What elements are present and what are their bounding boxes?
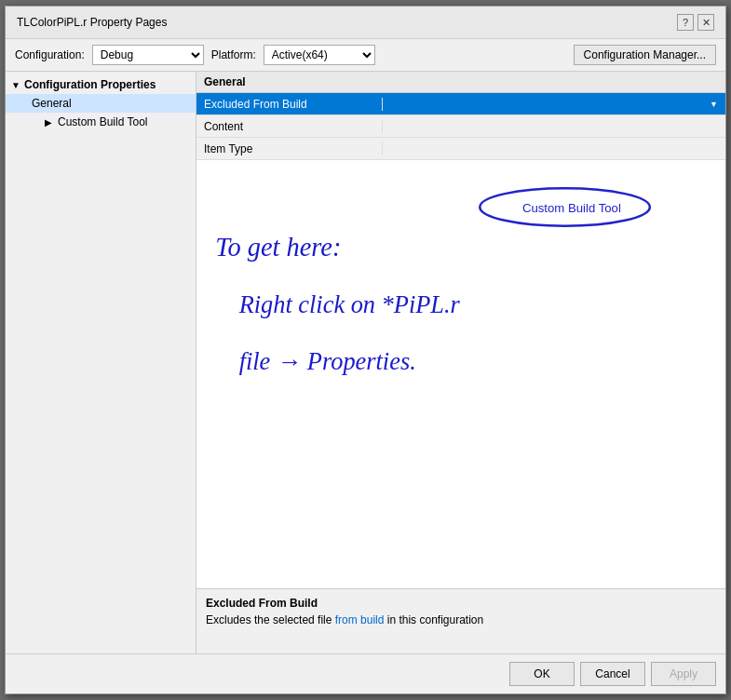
excluded-dropdown-arrow[interactable]: ▼ [710, 100, 718, 109]
property-row-item-type[interactable]: Item Type [196, 138, 725, 160]
excluded-from-build-label: Excluded From Build [196, 98, 383, 111]
property-pages-dialog: TLColorPiPL.r Property Pages ? ✕ Configu… [5, 6, 726, 694]
sidebar: ▼ Configuration Properties General ▶ Cus… [6, 72, 196, 653]
description-area: Excluded From Build Excludes the selecte… [196, 588, 725, 653]
content-label: Content [196, 120, 383, 133]
configuration-select[interactable]: Debug [92, 45, 204, 65]
button-row: OK Cancel Apply [6, 653, 725, 693]
custom-build-tool-expand-icon: ▶ [45, 117, 58, 128]
main-area: ▼ Configuration Properties General ▶ Cus… [6, 72, 725, 653]
handwriting-line2: Right click on *PiPL.r [238, 291, 461, 318]
apply-button[interactable]: Apply [651, 662, 716, 686]
circle-label: Custom Build Tool [522, 201, 621, 215]
sidebar-section: ▼ Configuration Properties General ▶ Cus… [6, 72, 196, 135]
annotation-area: Custom Build Tool To get here: Right cli… [196, 160, 725, 588]
configuration-properties-label: Configuration Properties [24, 78, 156, 91]
handwriting-line3: file → Properties. [239, 348, 416, 375]
property-header: General [196, 72, 725, 93]
sidebar-item-custom-build-tool[interactable]: ▶ Custom Build Tool [6, 113, 196, 131]
property-table: Excluded From Build ▼ Content Item Type [196, 93, 725, 160]
property-row-content[interactable]: Content [196, 115, 725, 138]
ok-button[interactable]: OK [509, 662, 575, 686]
platform-select[interactable]: Active(x64) [264, 45, 375, 65]
content-area: General Excluded From Build ▼ Content It… [196, 72, 725, 653]
description-title: Excluded From Build [206, 597, 716, 610]
item-type-label: Item Type [196, 142, 383, 155]
description-text: Excludes the selected file from build in… [206, 613, 716, 626]
description-before: Excludes the selected file [206, 613, 335, 626]
help-button[interactable]: ? [677, 14, 694, 31]
excluded-from-build-value: ▼ [383, 100, 725, 109]
description-after: in this configuration [384, 613, 483, 626]
dialog-title: TLColorPiPL.r Property Pages [17, 16, 167, 29]
configuration-manager-button[interactable]: Configuration Manager... [574, 45, 716, 65]
title-bar-buttons: ? ✕ [677, 14, 714, 31]
cancel-button[interactable]: Cancel [580, 662, 645, 686]
platform-label: Platform: [211, 48, 256, 61]
custom-build-tool-label: Custom Build Tool [58, 115, 148, 128]
annotation-svg: Custom Build Tool To get here: Right cli… [196, 160, 725, 588]
handwriting-line1: To get here: [215, 233, 341, 262]
sidebar-item-configuration-properties[interactable]: ▼ Configuration Properties [6, 75, 196, 94]
expand-icon: ▼ [11, 80, 24, 90]
configuration-row: Configuration: Debug Platform: Active(x6… [6, 39, 725, 72]
config-label: Configuration: [15, 48, 85, 61]
close-button[interactable]: ✕ [697, 14, 714, 31]
sidebar-item-general[interactable]: General [6, 94, 196, 113]
description-link: from build [335, 613, 385, 626]
title-bar: TLColorPiPL.r Property Pages ? ✕ [6, 7, 725, 39]
property-row-excluded[interactable]: Excluded From Build ▼ [196, 93, 725, 115]
general-label: General [32, 97, 72, 110]
